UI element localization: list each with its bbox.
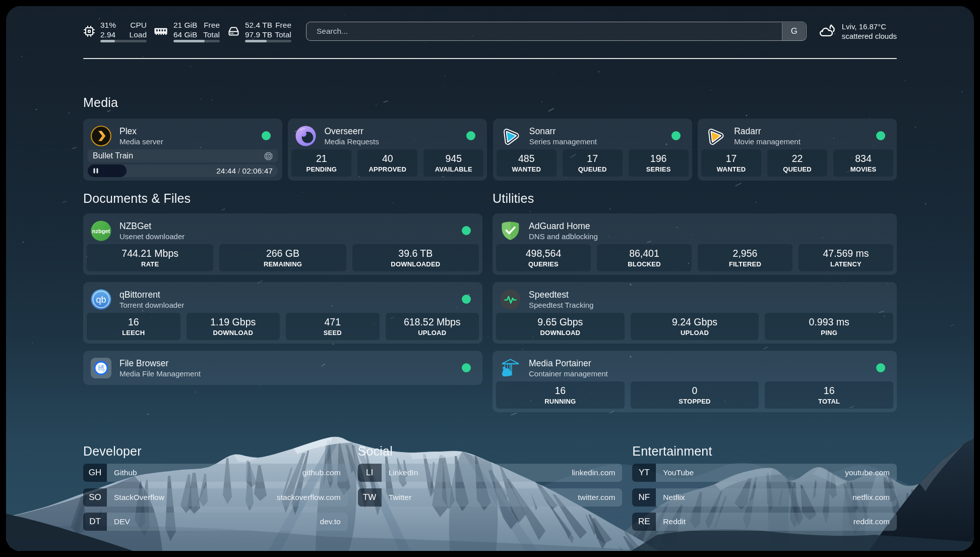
section-title-developer: Developer bbox=[83, 444, 348, 459]
media-cards-grid: Plex Media server Bullet Train bbox=[83, 119, 897, 181]
radarr-icon bbox=[705, 126, 726, 146]
qbittorrent-icon: qb bbox=[91, 289, 111, 310]
weather-widget[interactable]: Lviv, 16.87°C scattered clouds bbox=[818, 22, 897, 41]
cpu-widget: 31% 2.94 CPU Load bbox=[83, 21, 147, 42]
radarr-title: Radarr bbox=[734, 126, 876, 137]
speedtest-card[interactable]: Speedtest Speedtest Tracking 9.65 Gbps D… bbox=[493, 282, 897, 344]
bookmark-abbr: TW bbox=[358, 488, 382, 507]
group-documents-files: Documents & Files nzbget bbox=[83, 191, 482, 412]
adguard-stat-blocked: 86,401 BLOCKED bbox=[597, 244, 692, 271]
bookmark-reddit[interactable]: RE Reddit reddit.com bbox=[632, 513, 897, 531]
bookmark-url: twitter.com bbox=[578, 493, 615, 502]
memory-free-label: Free bbox=[203, 21, 220, 30]
memory-free-value: 21 GiB bbox=[173, 21, 197, 30]
pause-icon bbox=[93, 168, 98, 174]
bookmark-abbr: LI bbox=[358, 464, 382, 482]
cpu-usage-value: 31% bbox=[100, 21, 116, 30]
bookmarks-section: Developer GH Github github.com SO StackO… bbox=[83, 444, 897, 531]
disk-progress-bar bbox=[245, 40, 291, 42]
filebrowser-card[interactable]: File Browser Media File Management bbox=[83, 351, 482, 385]
bookmark-linkedin[interactable]: LI LinkedIn linkedin.com bbox=[358, 464, 623, 482]
overseerr-card[interactable]: Overseerr Media Requests 21 PENDING 40 A… bbox=[288, 119, 487, 181]
qbittorrent-stat-seed: 471 SEED bbox=[286, 313, 380, 340]
memory-total-value: 64 GiB bbox=[173, 30, 197, 40]
plex-card[interactable]: Plex Media server Bullet Train bbox=[83, 119, 282, 181]
sonarr-stat-queued: 17 QUEUED bbox=[563, 149, 623, 177]
nzbget-card[interactable]: nzbget NZBGet Usenet downloader 744.21 M… bbox=[83, 213, 482, 275]
card-column: AdGuard Home DNS and adblocking 498,564 … bbox=[493, 213, 897, 412]
qbittorrent-card[interactable]: qb qBittorrent Torrent downloader 16 bbox=[83, 282, 482, 344]
bookmark-url: stackoverflow.com bbox=[277, 493, 341, 502]
disk-free-label: Free bbox=[275, 21, 291, 30]
section-title-social: Social bbox=[358, 444, 623, 459]
disk-free-value: 52.4 TB bbox=[245, 21, 272, 30]
plex-progress-pill bbox=[88, 164, 127, 177]
plex-now-playing-row: Bullet Train bbox=[88, 149, 278, 162]
adguard-title: AdGuard Home bbox=[529, 221, 890, 232]
cloud-moon-icon bbox=[818, 23, 836, 40]
memory-total-label: Total bbox=[203, 30, 220, 40]
speedtest-icon bbox=[500, 289, 521, 310]
search-provider-label: G bbox=[791, 26, 798, 36]
radarr-stat-movies: 834 MOVIES bbox=[833, 149, 893, 177]
radarr-card[interactable]: Radarr Movie management 17 WANTED 22 QUE… bbox=[698, 119, 897, 181]
bookmark-stackoverflow[interactable]: SO StackOverflow stackoverflow.com bbox=[83, 488, 348, 507]
plex-title: Plex bbox=[119, 126, 262, 137]
bookmark-netflix[interactable]: NF Netflix netflix.com bbox=[632, 488, 897, 507]
sonarr-card[interactable]: Sonarr Series management 485 WANTED 17 Q… bbox=[493, 119, 692, 181]
cpu-load-value: 2.94 bbox=[100, 30, 116, 40]
overseerr-stat-pending: 21 PENDING bbox=[291, 149, 351, 177]
plex-player-bar[interactable]: 24:44 / 02:06:47 bbox=[88, 164, 278, 177]
bookmark-abbr: NF bbox=[632, 488, 656, 507]
overseerr-title: Overseerr bbox=[324, 126, 466, 137]
nzbget-status-dot bbox=[462, 226, 471, 235]
bookmark-group-entertainment: Entertainment YT YouTube youtube.com NF … bbox=[632, 444, 897, 531]
portainer-title: Media Portainer bbox=[529, 358, 876, 369]
bookmark-dev[interactable]: DT DEV dev.to bbox=[83, 513, 348, 531]
nzbget-stat-rate: 744.21 Mbps RATE bbox=[87, 244, 213, 271]
filebrowser-status-dot bbox=[462, 363, 471, 372]
bookmark-abbr: SO bbox=[83, 488, 107, 507]
bookmark-group-developer: Developer GH Github github.com SO StackO… bbox=[83, 444, 348, 531]
bookmark-twitter[interactable]: TW Twitter twitter.com bbox=[358, 488, 623, 507]
weather-location-temp: Lviv, 16.87°C bbox=[842, 22, 897, 32]
speedtest-title: Speedtest bbox=[529, 290, 890, 300]
qbittorrent-status-dot bbox=[462, 295, 471, 304]
sonarr-stat-series: 196 SERIES bbox=[629, 149, 689, 177]
adguard-card[interactable]: AdGuard Home DNS and adblocking 498,564 … bbox=[493, 213, 897, 275]
disk-widget: 52.4 TB 97.9 TB Free Total bbox=[227, 21, 291, 42]
sonarr-title: Sonarr bbox=[529, 126, 671, 137]
bookmark-name: Github bbox=[114, 468, 302, 477]
bookmark-youtube[interactable]: YT YouTube youtube.com bbox=[632, 464, 897, 482]
adguard-stat-latency: 47.569 ms LATENCY bbox=[799, 244, 893, 271]
plex-time-total: 02:06:47 bbox=[242, 166, 273, 175]
search-input[interactable] bbox=[306, 22, 807, 41]
bookmark-url: linkedin.com bbox=[572, 468, 615, 477]
memory-progress-bar bbox=[173, 40, 220, 42]
top-bar: 31% 2.94 CPU Load bbox=[83, 6, 897, 42]
groups-row: Documents & Files nzbget bbox=[83, 191, 897, 412]
portainer-card[interactable]: Media Portainer Container management 16 … bbox=[493, 351, 897, 412]
group-utilities: Utilities AdGuard Home bbox=[493, 191, 897, 412]
search-provider-button[interactable]: G bbox=[782, 23, 806, 40]
speedtest-stat-ping: 0.993 ms PING bbox=[765, 313, 893, 340]
bookmark-url: netflix.com bbox=[852, 493, 890, 502]
svg-text:qb: qb bbox=[96, 295, 106, 305]
bookmark-name: YouTube bbox=[663, 468, 845, 477]
weather-condition: scattered clouds bbox=[842, 32, 897, 41]
divider bbox=[83, 58, 897, 59]
sonarr-status-dot bbox=[671, 131, 681, 140]
nzbget-subtitle: Usenet downloader bbox=[119, 232, 462, 241]
bookmark-url: reddit.com bbox=[853, 517, 890, 526]
svg-text:nzbget: nzbget bbox=[92, 228, 110, 234]
bookmark-name: DEV bbox=[114, 517, 320, 526]
adguard-icon bbox=[500, 220, 521, 241]
speedtest-subtitle: Speedtest Tracking bbox=[529, 301, 890, 309]
portainer-stat-stopped: 0 STOPPED bbox=[631, 381, 759, 409]
plex-subtitle: Media server bbox=[119, 137, 262, 146]
speedtest-stat-download: 9.65 Gbps DOWNLOAD bbox=[496, 313, 625, 340]
bookmark-github[interactable]: GH Github github.com bbox=[83, 464, 348, 482]
portainer-status-dot bbox=[876, 363, 885, 372]
bookmark-abbr: DT bbox=[83, 513, 107, 531]
qbittorrent-stat-upload: 618.52 Mbps UPLOAD bbox=[386, 313, 479, 340]
